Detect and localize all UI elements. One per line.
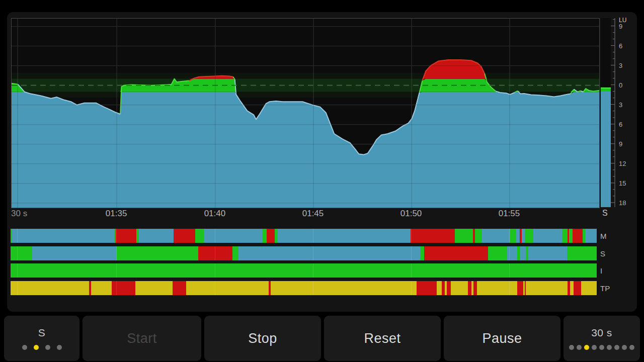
lu-tick-label: 6 bbox=[619, 121, 622, 128]
strip-segment bbox=[173, 281, 186, 295]
lu-tick-label: 18 bbox=[619, 199, 626, 207]
inactive-dot bbox=[57, 345, 62, 350]
strip-segment bbox=[271, 281, 417, 295]
strip-label-tp: TP bbox=[600, 281, 610, 295]
strip-gridline bbox=[411, 281, 412, 295]
strip-gridline bbox=[509, 246, 510, 260]
inactive-dot bbox=[45, 345, 50, 350]
lu-tick-label: 12 bbox=[619, 160, 626, 167]
strip-segment bbox=[528, 246, 567, 260]
time-window-button[interactable]: 30 s bbox=[564, 316, 640, 361]
strip-gridline bbox=[509, 281, 510, 295]
inactive-dot bbox=[622, 345, 627, 350]
strip-label-s: S bbox=[600, 246, 605, 260]
lu-tick-label: 15 bbox=[619, 179, 626, 187]
strip-segment bbox=[526, 281, 568, 295]
strip-segment bbox=[417, 281, 437, 295]
time-tick-label: 01:45 bbox=[302, 209, 324, 219]
strip-segment bbox=[455, 229, 473, 243]
time-tick-label: 01:50 bbox=[400, 209, 422, 219]
window-length-label: 30 s bbox=[11, 209, 27, 219]
time-window-label: 30 s bbox=[591, 327, 612, 339]
pause-button[interactable]: Pause bbox=[444, 316, 560, 361]
lu-tick-label: 9 bbox=[619, 140, 622, 148]
strip-segment bbox=[11, 281, 89, 295]
strip-segment bbox=[12, 229, 114, 243]
strip-gridline bbox=[17, 229, 18, 243]
start-button[interactable]: Start bbox=[83, 316, 201, 361]
loudness-history-svg bbox=[12, 19, 599, 208]
time-tick-label: 01:40 bbox=[204, 209, 226, 219]
meter-mode-label: S bbox=[38, 327, 46, 339]
meter-mode-button[interactable]: S bbox=[4, 316, 79, 361]
strip-segment bbox=[488, 246, 507, 260]
strip-segment bbox=[533, 229, 562, 243]
strip-segment bbox=[570, 281, 574, 295]
strip-label-m: M bbox=[600, 229, 607, 243]
strip-label-i: I bbox=[600, 263, 602, 278]
active-dot bbox=[34, 345, 39, 350]
strip-segment bbox=[520, 246, 526, 260]
loudness-history-chart bbox=[11, 18, 600, 208]
time-axis: 01:3501:4001:4501:5001:55 bbox=[0, 209, 644, 222]
strip-gridline bbox=[17, 263, 18, 278]
lu-tick-label: 3 bbox=[619, 62, 622, 69]
inactive-dot bbox=[607, 345, 612, 350]
inactive-dot bbox=[592, 345, 597, 350]
strip-gridline bbox=[215, 229, 215, 243]
inactive-dot bbox=[569, 345, 574, 350]
strip-segment bbox=[420, 246, 424, 260]
lu-tick-label: 0 bbox=[619, 81, 622, 89]
strip-segment bbox=[585, 229, 597, 243]
strip-segment bbox=[116, 229, 136, 243]
strip-segment bbox=[204, 229, 262, 243]
time-tick-label: 01:35 bbox=[106, 209, 127, 219]
inactive-dot bbox=[577, 345, 582, 350]
stop-label: Stop bbox=[248, 331, 277, 346]
strip-gridline bbox=[215, 263, 215, 278]
strip-gridline bbox=[313, 281, 313, 295]
strip-segment bbox=[567, 246, 597, 260]
time-window-dots bbox=[569, 345, 634, 350]
strip-segment bbox=[91, 281, 112, 295]
strip-gridline bbox=[411, 263, 412, 278]
lu-tick-label: 9 bbox=[619, 23, 622, 30]
strip-momentary bbox=[11, 229, 597, 243]
strip-segment bbox=[238, 246, 420, 260]
time-tick-label: 01:55 bbox=[499, 209, 520, 219]
strip-gridline bbox=[116, 263, 117, 278]
stop-button[interactable]: Stop bbox=[204, 316, 321, 361]
strip-segment bbox=[112, 281, 135, 295]
lu-axis: LU9630369121518 bbox=[599, 14, 644, 220]
inactive-dot bbox=[599, 345, 604, 350]
strip-segment bbox=[482, 229, 510, 243]
strip-gridline bbox=[313, 246, 313, 260]
strip-segment bbox=[32, 246, 117, 260]
inactive-dot bbox=[614, 345, 619, 350]
strip-segment bbox=[510, 229, 516, 243]
strip-shortterm bbox=[11, 246, 597, 260]
strip-segment bbox=[581, 281, 597, 295]
strip-gridline bbox=[17, 246, 18, 260]
strip-segment bbox=[267, 229, 275, 243]
start-label: Start bbox=[127, 331, 157, 346]
strip-segment bbox=[525, 229, 533, 243]
strip-integrated bbox=[11, 263, 597, 278]
strip-gridline bbox=[313, 229, 313, 243]
strip-gridline bbox=[116, 281, 117, 295]
strip-segment bbox=[447, 281, 451, 295]
strip-gridline bbox=[17, 281, 18, 295]
strip-segment bbox=[475, 229, 482, 243]
reset-label: Reset bbox=[364, 331, 400, 346]
strip-gridline bbox=[215, 246, 215, 260]
strip-segment bbox=[473, 281, 477, 295]
strip-segment bbox=[569, 229, 573, 243]
strip-gridline bbox=[509, 263, 510, 278]
strip-segment bbox=[135, 281, 173, 295]
strip-gridline bbox=[411, 229, 412, 243]
strip-segment bbox=[477, 281, 517, 295]
strip-gridline bbox=[411, 246, 412, 260]
strip-segment bbox=[278, 229, 411, 243]
strip-segment bbox=[573, 229, 583, 243]
reset-button[interactable]: Reset bbox=[324, 316, 441, 361]
